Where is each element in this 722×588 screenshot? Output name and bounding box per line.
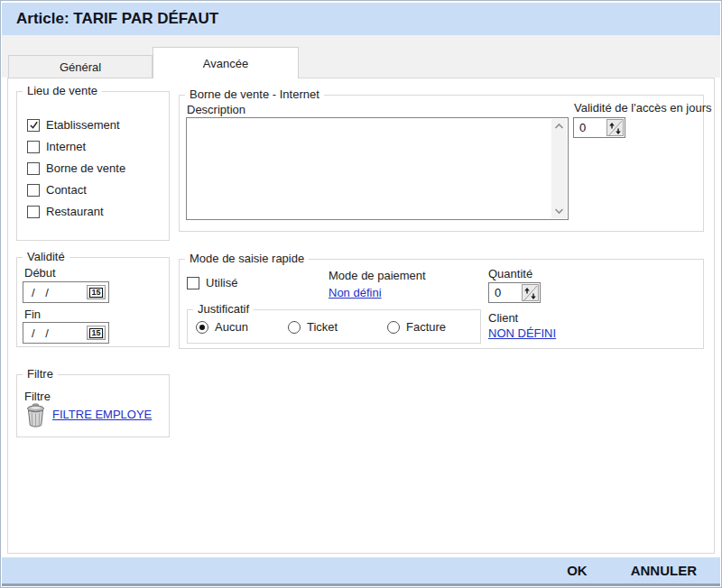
checkbox-row-internet: Internet (27, 140, 86, 153)
debut-label: Début (24, 266, 56, 280)
checkbox-row-contact: Contact (27, 183, 87, 197)
filtre-label: Filtre (24, 390, 51, 403)
group-lieu-de-vente-title: Lieu de vente (23, 84, 102, 97)
group-validite: Validité Début / / 15 Fin / / 15 (16, 257, 170, 347)
dialog-title: Article: TARIF PAR DÉFAUT (16, 10, 218, 28)
acces-jours-spinner[interactable]: 0 (573, 117, 625, 138)
scroll-down-icon[interactable] (553, 207, 565, 216)
radio-facture[interactable] (387, 321, 400, 334)
client-link[interactable]: NON DÉFINI (488, 326, 556, 340)
checkbox-row-restaurant: Restaurant (27, 205, 104, 218)
scroll-up-icon[interactable] (553, 122, 565, 131)
group-validite-title: Validité (23, 250, 69, 263)
acces-jours-value: 0 (574, 118, 606, 137)
group-mode-saisie-title: Mode de saisie rapide (185, 252, 309, 265)
checkbox-row-utilise: Utilisé (187, 276, 237, 289)
footer-bar: OK ANNULER (2, 557, 720, 583)
tab-general-label: Général (60, 60, 101, 74)
ok-button[interactable]: OK (567, 563, 588, 578)
group-lieu-de-vente: Lieu de vente Etablissement Internet Bor… (16, 91, 170, 241)
fin-date-value: / / (32, 326, 52, 340)
checkbox-restaurant-label: Restaurant (46, 205, 104, 218)
fin-calendar-icon[interactable]: 15 (87, 326, 106, 340)
group-borne-internet-title: Borne de vente - Internet (185, 87, 324, 101)
debut-date-value: / / (32, 286, 52, 299)
group-filtre: Filtre Filtre FILTRE EMPLOYE (16, 374, 170, 437)
quantite-spinner[interactable]: 0 (488, 282, 541, 303)
checkbox-internet[interactable] (27, 141, 40, 153)
checkbox-row-borne-de-vente: Borne de vente (27, 161, 125, 175)
dialog-window: Article: TARIF PAR DÉFAUT Général Avancé… (0, 0, 722, 588)
tab-page-avancee: Lieu de vente Etablissement Internet Bor… (7, 78, 715, 554)
group-mode-saisie: Mode de saisie rapide Utilisé Mode de pa… (179, 259, 704, 349)
checkbox-row-etablissement: Etablissement (27, 118, 120, 132)
footer-bottom-strip (2, 583, 720, 586)
checkbox-contact-label: Contact (46, 183, 87, 197)
tab-avancee[interactable]: Avancée (153, 47, 299, 78)
filtre-employe-link[interactable]: FILTRE EMPLOYE (52, 408, 152, 421)
quantite-value: 0 (489, 283, 521, 302)
client-label: Client (488, 311, 518, 325)
mode-paiement-link[interactable]: Non défini (329, 286, 382, 299)
checkbox-borne-de-vente-label: Borne de vente (46, 161, 125, 175)
checkbox-internet-label: Internet (46, 140, 86, 153)
radio-ticket[interactable] (288, 321, 301, 334)
checkbox-etablissement-label: Etablissement (46, 118, 120, 132)
radio-ticket-label: Ticket (307, 320, 338, 334)
checkbox-utilise[interactable] (187, 277, 199, 289)
checkbox-contact[interactable] (27, 184, 40, 197)
group-justificatif: Justificatif Aucun Ticket Facture (187, 309, 481, 344)
fin-label: Fin (24, 308, 41, 321)
radio-aucun[interactable] (196, 321, 208, 334)
radio-aucun-label: Aucun (215, 320, 248, 334)
checkbox-utilise-label: Utilisé (206, 276, 237, 289)
tab-avancee-label: Avancée (203, 57, 248, 70)
check-icon (29, 120, 39, 130)
checkbox-restaurant[interactable] (27, 206, 40, 218)
radio-facture-label: Facture (406, 320, 446, 334)
radio-row-aucun: Aucun (196, 320, 248, 334)
checkbox-etablissement[interactable] (27, 119, 40, 132)
annuler-button[interactable]: ANNULER (631, 563, 697, 578)
description-label: Description (187, 103, 245, 116)
fin-date-field[interactable]: / / 15 (23, 322, 109, 344)
acces-jours-label: Validité de l'accès en jours (574, 101, 712, 115)
description-scrollbar[interactable] (551, 119, 567, 218)
debut-calendar-icon[interactable]: 15 (87, 285, 106, 299)
debut-date-field[interactable]: / / 15 (23, 281, 109, 303)
calendar-day-glyph: 15 (89, 328, 102, 338)
group-filtre-title: Filtre (23, 367, 58, 381)
tab-general[interactable]: Général (8, 55, 153, 78)
description-textarea[interactable] (186, 117, 569, 220)
trash-icon[interactable] (25, 403, 46, 432)
radio-row-facture: Facture (387, 320, 446, 334)
group-justificatif-title: Justificatif (193, 302, 254, 316)
radio-row-ticket: Ticket (288, 320, 338, 334)
calendar-day-glyph: 15 (89, 288, 102, 298)
quantite-label: Quantité (488, 267, 532, 280)
group-borne-internet: Borne de vente - Internet Description (179, 95, 704, 232)
spinner-updown-icon[interactable] (522, 284, 539, 301)
dialog-titlebar: Article: TARIF PAR DÉFAUT (2, 3, 720, 35)
checkbox-borne-de-vente[interactable] (27, 162, 40, 175)
mode-paiement-label: Mode de paiement (329, 269, 426, 282)
spinner-updown-icon[interactable] (606, 119, 624, 136)
